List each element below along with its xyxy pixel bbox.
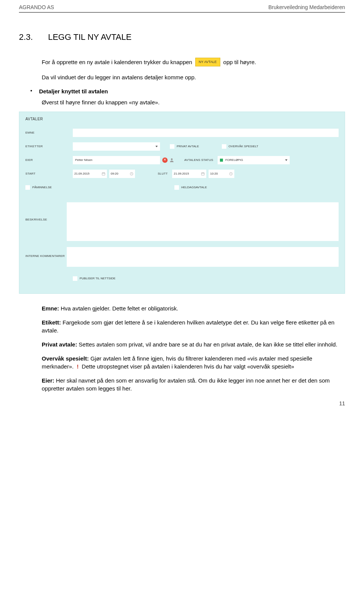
privat-avtale-checkbox[interactable]: PRIVAT AVTALE: [170, 144, 199, 149]
status-dropdown[interactable]: FORELØPIG: [218, 156, 290, 164]
checkbox-icon: [25, 185, 30, 190]
section-number: 2.3.: [19, 31, 33, 43]
page-number: 11: [19, 400, 345, 408]
calendar-icon: [201, 172, 205, 176]
label-etiketter: ETIKETTER: [25, 144, 73, 148]
start-time-input[interactable]: 09:20: [109, 170, 135, 178]
desc-emne: Emne: Hva avtalen gjelder. Dette feltet …: [42, 304, 345, 312]
doc-header-left: AGRANDO AS: [19, 4, 54, 11]
header-divider: [19, 12, 345, 13]
beskrivelse-textarea[interactable]: [67, 202, 339, 241]
doc-header-right: Brukerveiledning Medarbeideren: [268, 4, 345, 11]
label-beskrivelse: BESKRIVELSE: [25, 202, 67, 222]
avtaler-form-screenshot: AVTALER EMNE ETIKETTER PRIVAT AVTALE OVE…: [19, 112, 345, 294]
emne-input[interactable]: [73, 129, 339, 137]
clock-icon: [130, 172, 133, 176]
svg-point-0: [171, 158, 173, 160]
calendar-icon: [102, 172, 105, 176]
app-title: AVTALER: [25, 117, 339, 122]
label-slutt: SLUTT: [158, 172, 168, 176]
svg-rect-1: [102, 173, 105, 175]
chevron-down-icon: [155, 146, 158, 147]
status-color-icon: [220, 159, 223, 162]
eier-input[interactable]: Petter Nilsen: [73, 156, 160, 164]
interne-kommentarer-textarea[interactable]: [67, 247, 339, 267]
ny-avtale-button[interactable]: NY AVTALE: [195, 58, 220, 66]
chevron-down-icon: [285, 159, 287, 161]
section-heading: 2.3. LEGG TIL NY AVTALE: [19, 31, 345, 43]
end-date-input[interactable]: 21.09.2015: [172, 170, 206, 178]
label-interne-kommentarer: INTERNE KOMMENTARER: [25, 247, 67, 258]
start-date-input[interactable]: 21.09.2015: [73, 170, 107, 178]
bullet-title: Detaljer knyttet til avtalen: [39, 87, 108, 95]
bullet-sub: Øverst til høyre finner du knappen «ny a…: [42, 98, 345, 106]
checkbox-icon: [170, 144, 174, 149]
heldagsavtale-checkbox[interactable]: HELDAGSAVTALE: [174, 185, 207, 190]
clock-icon: [229, 172, 233, 176]
paminnelse-checkbox[interactable]: PÅMINNELSE: [25, 185, 73, 190]
section-title: LEGG TIL NY AVTALE: [48, 31, 132, 43]
label-avtalens-status: AVTALENS STATUS: [184, 158, 213, 162]
label-emne: EMNE: [25, 131, 73, 135]
svg-rect-3: [202, 173, 205, 175]
checkbox-icon: [73, 276, 77, 281]
person-icon[interactable]: [169, 157, 174, 163]
remove-eier-button[interactable]: ✕: [162, 157, 168, 163]
bullet-detaljer: • Detaljer knyttet til avtalen: [30, 87, 345, 95]
intro-line-1: For å opprette en ny avtale i kalenderen…: [42, 58, 345, 67]
desc-eier: Eier: Her skal navnet på den som er ansv…: [42, 376, 345, 392]
label-eier: EIER: [25, 158, 73, 162]
publiser-checkbox[interactable]: PUBLISER TIL NETTSIDE: [73, 276, 116, 281]
exclamation-icon: !: [75, 363, 80, 370]
bullet-dot-icon: •: [30, 87, 32, 95]
etiketter-dropdown[interactable]: [73, 142, 160, 151]
intro-line-2: Da vil vinduet der du legger inn avtalen…: [42, 73, 345, 81]
label-start: START: [25, 172, 73, 176]
checkbox-icon: [174, 185, 179, 190]
overvak-spesielt-checkbox[interactable]: OVERVÅK SPESIELT: [222, 144, 258, 149]
desc-etikett: Etikett: Fargekode som gjør det lettere …: [42, 318, 345, 334]
desc-overvak: Overvåk spesielt: Gjør avtalen lett å fi…: [42, 354, 345, 370]
desc-privat: Privat avtale: Settes avtalen som privat…: [42, 340, 345, 348]
checkbox-icon: [222, 144, 226, 149]
end-time-input[interactable]: 10:20: [209, 170, 234, 178]
